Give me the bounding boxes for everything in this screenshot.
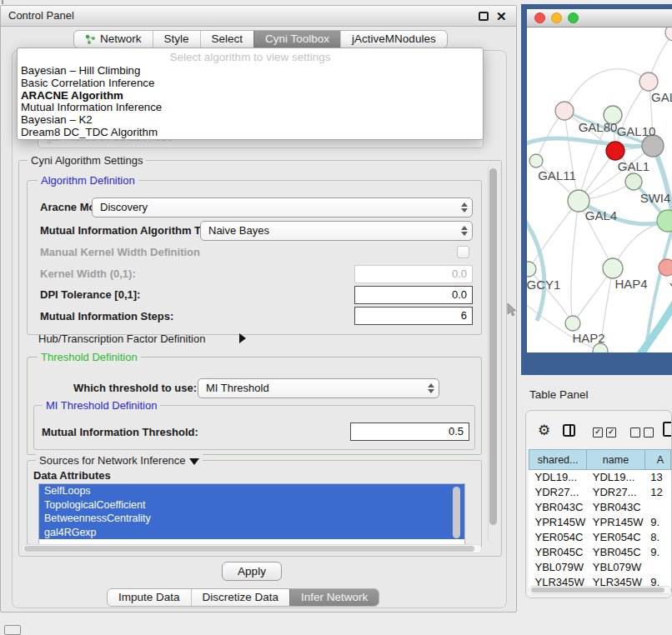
columns-icon[interactable] xyxy=(563,424,575,437)
checked-box-icon: ✓ xyxy=(593,428,603,438)
tab-network[interactable]: Network xyxy=(74,31,153,48)
kernel-width-input: 0.0 xyxy=(354,265,473,283)
combo-stepper-icon xyxy=(457,199,471,216)
mi-threshold-input[interactable]: 0.5 xyxy=(350,422,469,441)
cell[interactable]: 8. xyxy=(644,530,670,545)
node-selected-red[interactable] xyxy=(606,142,624,160)
settings-vscroll-thumb[interactable] xyxy=(489,168,497,525)
cell[interactable]: 9. xyxy=(644,515,670,530)
network-edge-thick xyxy=(640,299,672,352)
node-label: GAL11 xyxy=(538,168,576,182)
network-window-titlebar xyxy=(527,9,672,28)
collapsed-panel-button[interactable] xyxy=(4,625,21,635)
node-gal80[interactable] xyxy=(555,102,574,120)
node-gal11[interactable] xyxy=(529,154,543,168)
table-row: YER054CYER054C8. xyxy=(529,530,671,545)
hub-expander-icon[interactable] xyxy=(239,333,246,343)
file-icon[interactable] xyxy=(663,422,672,437)
cell[interactable]: YBR045C xyxy=(587,545,644,560)
zoom-traffic-light-icon[interactable] xyxy=(568,12,579,23)
node-salmon[interactable] xyxy=(659,259,672,276)
apply-button[interactable]: Apply xyxy=(222,562,282,581)
node-gal1[interactable] xyxy=(625,173,642,190)
node-gcy1[interactable] xyxy=(527,262,536,277)
tab-discretize-data[interactable]: Discretize Data xyxy=(191,589,290,606)
cell[interactable]: YDR27... xyxy=(529,485,587,500)
network-canvas[interactable]: GAL GAL80 GAL10 GAL1 GAL11 GAL4 SWI4 GCY… xyxy=(527,28,672,352)
cell[interactable]: YBR045C xyxy=(529,545,587,560)
attributes-list-scrollbar[interactable] xyxy=(453,487,460,538)
cell[interactable]: YBL079W xyxy=(529,560,587,575)
tab-impute-data[interactable]: Impute Data xyxy=(108,589,191,606)
algorithm-dropdown-placeholder: Select algorithm to view settings xyxy=(18,50,483,65)
aracne-mode-combobox[interactable]: Discovery xyxy=(92,198,473,218)
cell[interactable]: 13 xyxy=(644,470,670,486)
cell[interactable]: YBL079W xyxy=(587,560,644,575)
attribute-item[interactable]: BetweennessCentrality xyxy=(39,512,464,526)
cell[interactable]: YER054C xyxy=(587,530,644,545)
dpi-tolerance-input[interactable]: 0.0 xyxy=(354,286,473,304)
cell[interactable]: YER054C xyxy=(529,530,587,545)
algorithm-option[interactable]: Bayesian – Hill Climbing xyxy=(18,65,483,78)
cell[interactable] xyxy=(644,500,670,515)
aracne-mode-value: Discovery xyxy=(100,201,148,213)
float-window-icon[interactable] xyxy=(479,12,489,21)
table-hscroll-track[interactable] xyxy=(529,586,671,594)
cell[interactable]: YDL19... xyxy=(529,470,587,486)
algorithm-option[interactable]: Bayesian – K2 xyxy=(18,114,483,127)
cell[interactable]: YPR145W xyxy=(587,515,644,530)
deselect-all-icon[interactable] xyxy=(630,428,654,438)
close-window-icon[interactable]: ✕ xyxy=(496,11,507,22)
minimize-traffic-light-icon[interactable] xyxy=(551,12,562,23)
column-header-clipped[interactable]: A xyxy=(644,450,670,470)
node-hap4[interactable] xyxy=(603,258,623,278)
gear-icon[interactable]: ⚙ xyxy=(538,423,550,438)
node-hap2[interactable] xyxy=(565,316,580,331)
cell[interactable]: YBR043C xyxy=(587,500,644,515)
node-gal2[interactable] xyxy=(639,72,658,91)
node-unlabeled-top[interactable] xyxy=(665,28,672,41)
algorithm-option[interactable]: Dream8 DC_TDC Algorithm xyxy=(18,127,483,139)
table-hscroll-thumb[interactable] xyxy=(531,588,664,592)
cell[interactable] xyxy=(644,560,670,575)
attribute-item[interactable]: SelfLoops xyxy=(39,484,464,498)
sources-group-title[interactable]: Sources for Network Inference xyxy=(36,454,203,467)
which-threshold-combobox[interactable]: MI Threshold xyxy=(198,378,439,398)
cell[interactable]: YDR27... xyxy=(587,485,644,500)
screen: Control Panel ✕ Network Style Select Cyn… xyxy=(0,0,672,635)
tab-jactivemnodules[interactable]: jActiveMNodules xyxy=(340,31,447,48)
cell[interactable]: 9. xyxy=(644,545,670,560)
close-traffic-light-icon[interactable] xyxy=(534,12,545,23)
cell[interactable]: 12 xyxy=(644,485,670,500)
column-header-name[interactable]: name xyxy=(587,450,644,470)
tab-cyni-toolbox[interactable]: Cyni Toolbox xyxy=(253,31,340,48)
node-label: GAL xyxy=(651,90,672,104)
settings-hscroll-thumb[interactable] xyxy=(24,546,474,552)
mi-steps-input[interactable]: 6 xyxy=(354,307,473,325)
tab-infer-network[interactable]: Infer Network xyxy=(289,589,379,606)
which-threshold-value: MI Threshold xyxy=(206,382,269,394)
data-attributes-list: SelfLoops TopologicalCoefficient Between… xyxy=(38,483,465,547)
algorithm-option[interactable]: Mutual Information Inference xyxy=(18,102,483,114)
column-header-shared-name[interactable]: shared... xyxy=(529,450,587,470)
node-label: GAL80 xyxy=(579,120,618,134)
mi-type-combobox[interactable]: Naive Bayes xyxy=(200,221,473,241)
algorithm-option-selected[interactable]: ARACNE Algorithm xyxy=(18,90,483,102)
settings-hscroll-track[interactable] xyxy=(22,544,482,553)
attribute-item[interactable]: TopologicalCoefficient xyxy=(39,498,464,512)
mi-type-label: Mutual Information Algorithm Type: xyxy=(40,223,223,238)
cell[interactable]: YPR145W xyxy=(529,515,587,530)
attribute-item[interactable]: gal4RGexp xyxy=(39,526,464,540)
tab-select[interactable]: Select xyxy=(200,31,254,48)
algorithm-option[interactable]: Basic Correlation Inference xyxy=(18,78,483,90)
node-swi4[interactable] xyxy=(657,210,672,232)
select-all-icon[interactable]: ✓ ✓ xyxy=(593,428,616,438)
mouse-cursor xyxy=(506,302,518,318)
cell[interactable]: YBR043C xyxy=(529,500,587,515)
network-graph: GAL GAL80 GAL10 GAL1 GAL11 GAL4 SWI4 GCY… xyxy=(527,28,672,352)
tab-style[interactable]: Style xyxy=(153,31,200,48)
cyni-algorithm-settings-title: Cyni Algorithm Settings xyxy=(28,154,146,167)
table-row: YPR145WYPR145W9. xyxy=(529,515,671,530)
cell[interactable]: YDL19... xyxy=(587,470,644,486)
tab-infer-network-label: Infer Network xyxy=(301,588,368,607)
